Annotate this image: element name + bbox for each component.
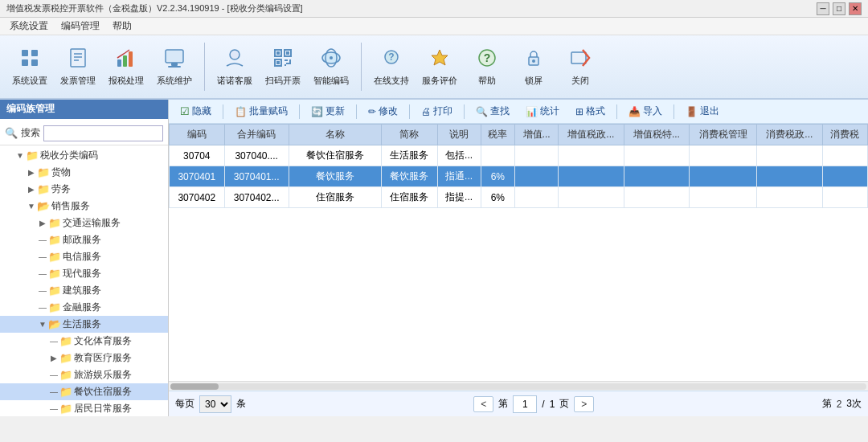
format-btn[interactable]: ⊞ 格式 — [571, 103, 610, 120]
stats-label: 统计 — [540, 104, 559, 118]
toolbar-scan[interactable]: 扫码开票 — [260, 39, 306, 94]
tree-item-sales-service[interactable]: ▼ 📂 销售服务 — [0, 198, 168, 215]
main-toolbar: 系统设置 发票管理 报税处理 系统维护 诺诺客服 — [0, 35, 868, 100]
scroll-thumb[interactable] — [170, 383, 219, 390]
folder-icon: 📁 — [26, 149, 39, 162]
toolbar-online-support[interactable]: ? 在线支持 — [368, 39, 415, 94]
svg-text:?: ? — [388, 51, 394, 63]
toolbar-tax-processing[interactable]: 报税处理 — [103, 39, 149, 94]
close-button[interactable]: ✕ — [849, 2, 862, 15]
action-sep-6 — [616, 104, 617, 119]
batch-icon: 📋 — [235, 106, 247, 117]
tree-item-postal[interactable]: — 📁 邮政服务 — [0, 231, 168, 248]
cell-v2-3 — [559, 187, 624, 208]
tree-item-education[interactable]: ▶ 📁 教育医疗服务 — [0, 350, 168, 366]
hide-label: 隐藏 — [192, 104, 211, 118]
tree-item-modern[interactable]: — 📁 现代服务 — [0, 265, 168, 282]
sidebar-search-input[interactable] — [43, 125, 163, 141]
table-row[interactable]: 3070401 3070401... 餐饮服务 餐饮服务 指通... 6% — [170, 166, 868, 187]
toolbar-sys-maintain-label: 系统维护 — [157, 75, 192, 87]
online-support-icon: ? — [380, 47, 403, 72]
tree-item-financial[interactable]: — 📁 金融服务 — [0, 299, 168, 316]
tree-toggle-service: ▶ — [26, 185, 37, 194]
action-sep-3 — [356, 104, 357, 119]
table-row[interactable]: 3070402 3070402... 住宿服务 住宿服务 指提... 6% — [170, 187, 868, 208]
tree-item-catering-hotel[interactable]: — 📁 餐饮住宿服务 — [0, 383, 168, 400]
cell-c1-3 — [690, 187, 757, 208]
export-label: 导入 — [643, 104, 662, 118]
cell-rate-3: 6% — [481, 187, 515, 208]
tree-label-postal: 邮政服务 — [63, 233, 101, 247]
minimize-button[interactable]: ─ — [817, 2, 829, 15]
toolbar-scan-label: 扫码开票 — [265, 75, 301, 87]
tree-item-telecom[interactable]: — 📁 电信服务 — [0, 248, 168, 265]
current-page-input[interactable] — [513, 395, 537, 413]
tree-item-service[interactable]: ▶ 📁 劳务 — [0, 181, 168, 198]
cell-c2-3 — [757, 187, 823, 208]
tree-item-transport[interactable]: ▶ 📁 交通运输服务 — [0, 215, 168, 231]
horizontal-scroll[interactable] — [169, 381, 868, 391]
svg-text:?: ? — [484, 51, 491, 64]
folder-transport-icon: 📁 — [48, 217, 61, 229]
prev-page-button[interactable]: < — [473, 396, 493, 412]
print-btn[interactable]: 🖨 打印 — [416, 103, 457, 120]
toolbar-sys-maintain[interactable]: 系统维护 — [151, 39, 198, 94]
window-controls[interactable]: ─ □ ✕ — [817, 2, 862, 15]
toolbar-sys-settings[interactable]: 系统设置 — [6, 39, 53, 94]
tree-item-tourism[interactable]: — 📁 旅游娱乐服务 — [0, 366, 168, 383]
svg-rect-13 — [168, 66, 181, 68]
toolbar-service-eval[interactable]: 服务评价 — [416, 39, 463, 94]
folder-education-icon: 📁 — [59, 352, 72, 364]
tree-label-service: 劳务 — [51, 182, 71, 196]
table-row[interactable]: 30704 307040.... 餐饮住宿服务 生活服务 包括... — [170, 145, 868, 166]
stats-btn[interactable]: 📊 统计 — [521, 103, 564, 120]
modify-btn[interactable]: ✏ 修改 — [363, 103, 403, 120]
svg-rect-16 — [276, 51, 280, 55]
query-btn[interactable]: 🔍 查找 — [471, 103, 514, 120]
logout-btn[interactable]: 🚪 退出 — [681, 103, 724, 120]
tree-item-residents[interactable]: — 📁 居民日常服务 — [0, 400, 168, 417]
stats-icon: 📊 — [526, 106, 538, 117]
hide-btn[interactable]: ☑ 隐藏 — [175, 103, 216, 120]
toolbar-close[interactable]: 关闭 — [558, 39, 603, 94]
toolbar-invoice-mgmt[interactable]: 发票管理 — [55, 39, 101, 94]
folder-financial-icon: 📁 — [48, 301, 61, 313]
next-page-button[interactable]: > — [574, 396, 594, 412]
svg-rect-1 — [31, 50, 38, 56]
batch-assign-btn[interactable]: 📋 批量赋码 — [230, 103, 293, 120]
tree-item-root[interactable]: ▼ 📁 税收分类编码 — [0, 147, 168, 164]
cell-merge-3: 3070402... — [224, 187, 289, 208]
toolbar-close-label: 关闭 — [571, 75, 589, 87]
per-page-select[interactable]: 30 — [199, 395, 231, 413]
update-btn[interactable]: 🔄 更新 — [306, 103, 350, 120]
tree-item-life[interactable]: ▼ 📂 生活服务 — [0, 316, 168, 333]
export-btn[interactable]: 📥 导入 — [624, 103, 667, 120]
maximize-button[interactable]: □ — [833, 2, 845, 15]
query-icon: 🔍 — [476, 106, 488, 117]
folder-residents-icon: 📁 — [59, 403, 72, 415]
tree-label-transport: 交通运输服务 — [63, 216, 121, 230]
settings-icon — [18, 47, 41, 72]
export-icon: 📥 — [628, 106, 641, 117]
tree-label-education: 教育医疗服务 — [74, 351, 132, 365]
tree-item-construction[interactable]: — 📁 建筑服务 — [0, 282, 168, 299]
cell-name-1: 餐饮住宿服务 — [289, 145, 381, 166]
toolbar-lock[interactable]: 锁屏 — [511, 39, 556, 94]
menu-item-help[interactable]: 帮助 — [106, 18, 138, 35]
menu-item-code[interactable]: 编码管理 — [55, 18, 106, 35]
lock-icon — [522, 47, 545, 72]
hide-checkbox-icon: ☑ — [180, 105, 190, 117]
cell-code-3: 3070402 — [170, 187, 225, 208]
toolbar-smart-code[interactable]: 智能编码 — [308, 39, 354, 94]
cell-c3-1 — [822, 145, 867, 166]
cell-abbr-1: 生活服务 — [381, 145, 437, 166]
menu-item-system[interactable]: 系统设置 — [3, 18, 55, 35]
tree-toggle-residents: — — [48, 404, 59, 413]
tree-item-culture[interactable]: — 📁 文化体育服务 — [0, 333, 168, 350]
folder-modern-icon: 📁 — [48, 268, 61, 280]
toolbar-nuonuo[interactable]: 诺诺客服 — [211, 39, 258, 94]
page-suffix: 页 — [559, 397, 569, 411]
toolbar-help[interactable]: ? 帮助 — [465, 39, 510, 94]
tree-item-goods[interactable]: ▶ 📁 货物 — [0, 164, 168, 181]
cell-v1-2 — [515, 166, 559, 187]
